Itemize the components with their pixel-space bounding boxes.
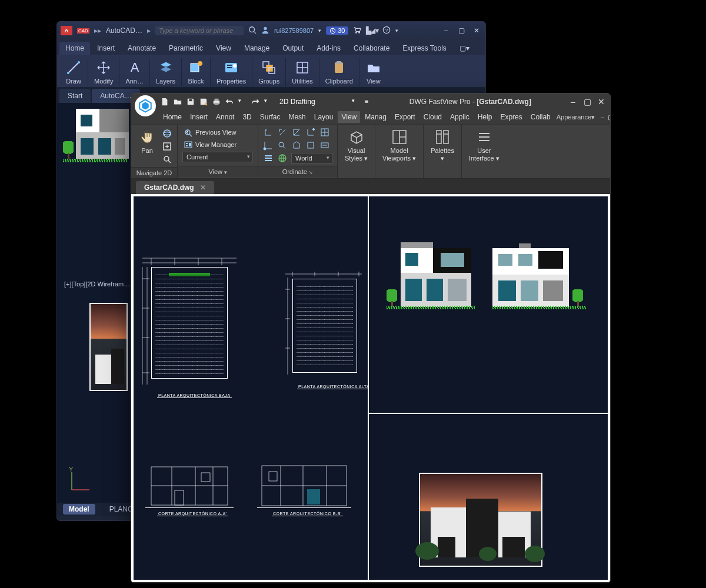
fastview-logo[interactable]	[135, 95, 156, 116]
ribbon-group-modify[interactable]: Modify	[88, 58, 119, 86]
tab-express[interactable]: Expres	[497, 111, 525, 123]
qat-customize-icon[interactable]: ≡	[365, 98, 373, 106]
file-tab-start[interactable]: Start	[59, 89, 91, 103]
print-icon[interactable]	[212, 98, 221, 106]
trial-days-chip[interactable]: 30	[326, 26, 348, 35]
close-button[interactable]: ✕	[471, 26, 482, 35]
ribbon-group-utilities[interactable]: Utilities	[286, 58, 319, 86]
ucs-named-icon[interactable]	[319, 140, 330, 151]
chevron-down-icon[interactable]: ▾	[352, 98, 360, 106]
tab-overflow[interactable]: ▢▾	[454, 42, 475, 55]
file-tab-gstarcad[interactable]: GstarCAD.dwg ✕	[136, 181, 214, 194]
model-viewports-button[interactable]: ModelViewports ▾	[380, 127, 418, 163]
ribbon-group-block[interactable]: Block	[182, 58, 211, 86]
tab-home[interactable]: Home	[59, 42, 90, 55]
status-tab-model[interactable]: Model	[63, 504, 95, 514]
redo-icon[interactable]	[251, 98, 259, 106]
orbit-icon[interactable]	[162, 128, 172, 139]
zoom-extents-icon[interactable]	[162, 141, 172, 152]
viewport-plans[interactable]: PLANTA ARQUITECTÓNICA BAJA PLANTA ARQUIT…	[133, 196, 368, 580]
help-icon[interactable]: ?	[382, 26, 391, 36]
ucs-list-icon[interactable]	[263, 153, 274, 163]
tab-view[interactable]: View	[338, 111, 360, 123]
tab-insert[interactable]: Insert	[91, 42, 121, 55]
ucs-rotate-icon[interactable]	[277, 140, 288, 151]
minimize-button[interactable]: –	[441, 26, 451, 35]
panel-title-view[interactable]: View	[178, 166, 258, 177]
view-selector[interactable]: Current	[182, 152, 253, 162]
globe-icon[interactable]	[277, 153, 288, 163]
tab-mesh[interactable]: Mesh	[285, 111, 309, 123]
ribbon-group-annotation[interactable]: A Ann…	[119, 58, 150, 86]
tab-view[interactable]: View	[210, 42, 237, 55]
ribbon-group-properties[interactable]: Properties	[211, 58, 252, 86]
new-file-icon[interactable]	[161, 98, 169, 106]
tab-parametric[interactable]: Parametric	[163, 42, 209, 55]
ribbon-group-view[interactable]: View	[359, 58, 388, 86]
save-icon[interactable]	[187, 98, 195, 106]
ribbon-group-draw[interactable]: Draw	[59, 58, 88, 86]
chevron-down-icon[interactable]: ▾	[238, 98, 247, 106]
tab-manage[interactable]: Manage	[238, 42, 275, 55]
minimize-button[interactable]: –	[568, 97, 578, 106]
viewport-label[interactable]: [+][Top][2D Wirefram…	[62, 279, 132, 289]
ucs-z-icon[interactable]	[291, 127, 302, 138]
user-icon[interactable]	[261, 26, 269, 36]
tab-addins[interactable]: Add-ins	[311, 42, 347, 55]
ucs-world-selector[interactable]: World	[291, 153, 332, 163]
ribbon-group-groups[interactable]: Groups	[252, 58, 286, 86]
tab-collab[interactable]: Collab	[527, 111, 554, 123]
search-input[interactable]	[155, 26, 244, 35]
viewport-elevations[interactable]	[368, 196, 608, 413]
tab-cloud[interactable]: Cloud	[420, 111, 445, 123]
chevron-right-icon[interactable]: ▸▸	[94, 26, 101, 35]
user-interface-button[interactable]: UserInterface ▾	[467, 127, 502, 163]
tab-output[interactable]: Output	[277, 42, 309, 55]
cart-icon[interactable]	[353, 26, 361, 36]
ucs-view-icon[interactable]	[291, 140, 302, 151]
tab-help[interactable]: Help	[474, 111, 496, 123]
chevron-down-icon[interactable]: ▾	[395, 28, 398, 34]
pan-button[interactable]: Pan	[136, 127, 158, 156]
ucs-origin-icon[interactable]	[263, 140, 274, 151]
panel-title-navigate[interactable]: Navigate 2D	[131, 167, 177, 178]
mdi-restore-button[interactable]: ▢	[608, 113, 611, 121]
tab-layout[interactable]: Layou	[311, 111, 337, 123]
maximize-button[interactable]: ▢	[582, 97, 592, 106]
saveas-icon[interactable]	[199, 98, 208, 106]
apps-icon[interactable]: ▙◢ ▾	[366, 26, 377, 35]
tab-surface[interactable]: Surfac	[257, 111, 284, 123]
tab-insert[interactable]: Insert	[187, 111, 211, 123]
ribbon-group-layers[interactable]: Layers	[150, 58, 182, 86]
ucs-face-icon[interactable]	[319, 127, 330, 138]
tab-export[interactable]: Export	[391, 111, 419, 123]
mdi-minimize-button[interactable]: –	[601, 113, 604, 121]
user-name[interactable]: rui827589807	[274, 27, 314, 34]
maximize-button[interactable]: ▢	[456, 26, 467, 35]
fastview-canvas[interactable]: PLANTA ARQUITECTÓNICA BAJA PLANTA ARQUIT…	[131, 194, 610, 582]
tab-express-tools[interactable]: Express Tools	[397, 42, 452, 55]
undo-icon[interactable]	[225, 98, 234, 106]
ucs-line-icon[interactable]	[277, 127, 288, 138]
tab-annot[interactable]: Annot	[212, 111, 238, 123]
open-file-icon[interactable]	[174, 98, 182, 106]
tab-home[interactable]: Home	[159, 111, 185, 123]
viewport-render[interactable]	[368, 413, 608, 580]
visual-styles-button[interactable]: VisualStyles ▾	[342, 127, 370, 163]
ucs-3pt-icon[interactable]	[305, 127, 316, 138]
chevron-down-icon[interactable]: ▾	[264, 98, 272, 106]
panel-title-ordinate[interactable]: Ordinate	[258, 166, 337, 177]
appearance-menu[interactable]: Appearance▾	[557, 113, 595, 121]
palettes-button[interactable]: Palettes▾	[428, 127, 457, 163]
ribbon-group-clipboard[interactable]: Clipboard	[319, 58, 359, 86]
workspace-selector[interactable]: 2D Drafting	[277, 98, 318, 106]
tab-collaborate[interactable]: Collaborate	[348, 42, 395, 55]
previous-view-button[interactable]: Previous View	[182, 127, 253, 138]
chevron-down-icon[interactable]: ▾	[318, 28, 321, 34]
ucs-object-icon[interactable]	[305, 140, 316, 151]
tab-applic[interactable]: Applic	[447, 111, 473, 123]
tab-manage[interactable]: Manag	[361, 111, 390, 123]
zoom-dropdown-icon[interactable]	[162, 154, 172, 165]
search-icon[interactable]	[248, 26, 257, 36]
tab-3d[interactable]: 3D	[239, 111, 255, 123]
